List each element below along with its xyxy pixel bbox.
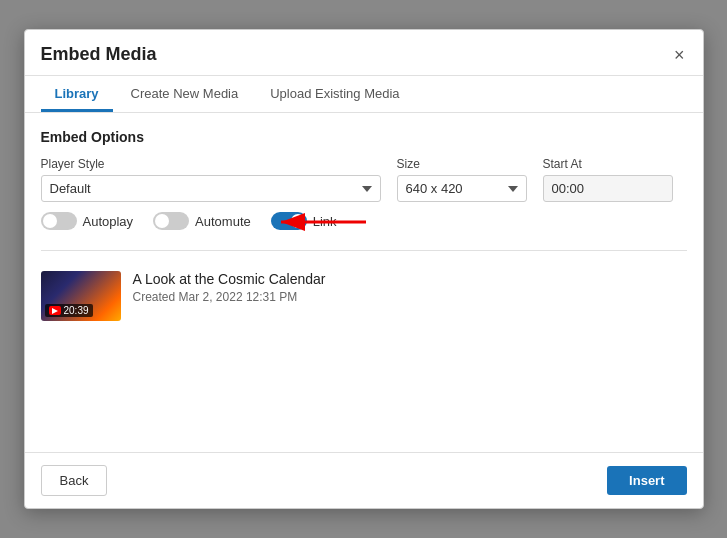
- media-item: 20:39 A Look at the Cosmic Calendar Crea…: [41, 263, 687, 329]
- size-select[interactable]: 640 x 420 320 x 210 800 x 600: [397, 175, 527, 202]
- section-title: Embed Options: [41, 129, 687, 145]
- arrow-annotation: [271, 210, 371, 237]
- autoplay-toggle[interactable]: [41, 212, 77, 230]
- options-row1: Player Style Default Custom Size 640 x 4…: [41, 157, 687, 202]
- dialog-body: Embed Options Player Style Default Custo…: [25, 113, 703, 452]
- autoplay-toggle-group: Autoplay: [41, 212, 134, 230]
- divider: [41, 250, 687, 251]
- youtube-icon: [49, 306, 61, 315]
- dialog-header: Embed Media ×: [25, 30, 703, 76]
- media-list: 20:39 A Look at the Cosmic Calendar Crea…: [41, 263, 687, 436]
- automute-knob: [155, 214, 169, 228]
- dialog-title: Embed Media: [41, 44, 157, 65]
- embed-options: Player Style Default Custom Size 640 x 4…: [41, 157, 687, 230]
- autoplay-label: Autoplay: [83, 214, 134, 229]
- automute-toggle[interactable]: [153, 212, 189, 230]
- media-info: A Look at the Cosmic Calendar Created Ma…: [133, 271, 326, 304]
- options-row2: Autoplay Automute Link: [41, 212, 687, 230]
- autoplay-knob: [43, 214, 57, 228]
- media-title: A Look at the Cosmic Calendar: [133, 271, 326, 287]
- close-button[interactable]: ×: [672, 46, 687, 64]
- tab-create-new-media[interactable]: Create New Media: [117, 76, 253, 112]
- red-arrow-icon: [271, 210, 371, 234]
- automute-label: Automute: [195, 214, 251, 229]
- tab-upload-existing-media[interactable]: Upload Existing Media: [256, 76, 413, 112]
- automute-toggle-group: Automute: [153, 212, 251, 230]
- back-button[interactable]: Back: [41, 465, 108, 496]
- player-style-select[interactable]: Default Custom: [41, 175, 381, 202]
- tab-library[interactable]: Library: [41, 76, 113, 112]
- media-thumbnail[interactable]: 20:39: [41, 271, 121, 321]
- media-date: Created Mar 2, 2022 12:31 PM: [133, 290, 326, 304]
- player-style-label: Player Style: [41, 157, 381, 171]
- size-label: Size: [397, 157, 527, 171]
- start-at-input[interactable]: [543, 175, 673, 202]
- player-style-group: Player Style Default Custom: [41, 157, 381, 202]
- thumbnail-overlay: 20:39: [45, 304, 93, 317]
- media-duration: 20:39: [64, 305, 89, 316]
- start-at-label: Start At: [543, 157, 673, 171]
- dialog-footer: Back Insert: [25, 452, 703, 508]
- tabs-bar: Library Create New Media Upload Existing…: [25, 76, 703, 113]
- embed-media-dialog: Embed Media × Library Create New Media U…: [24, 29, 704, 509]
- size-group: Size 640 x 420 320 x 210 800 x 600: [397, 157, 527, 202]
- insert-button[interactable]: Insert: [607, 466, 686, 495]
- youtube-play-icon: [52, 308, 58, 314]
- start-at-group: Start At: [543, 157, 673, 202]
